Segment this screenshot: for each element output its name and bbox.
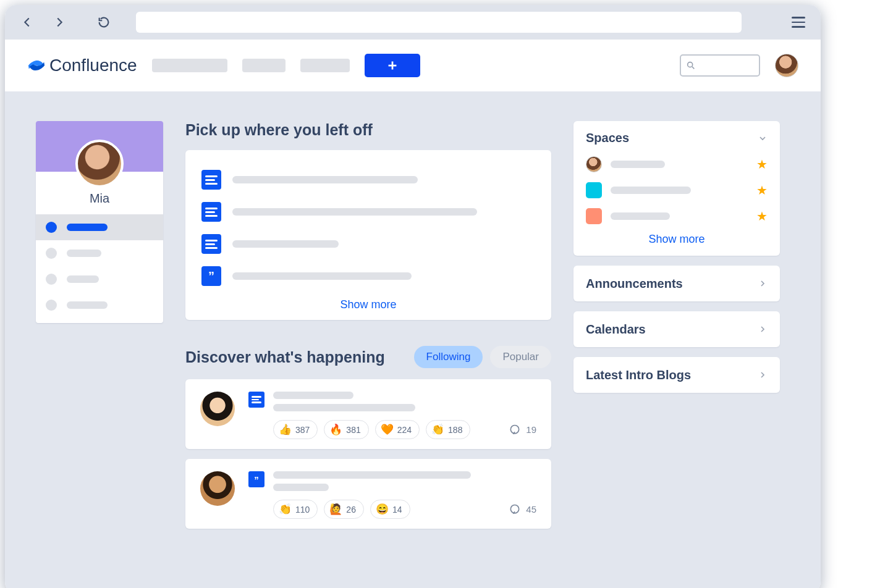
author-avatar[interactable] xyxy=(200,471,235,506)
confluence-icon xyxy=(27,56,46,75)
tab-popular[interactable]: Popular xyxy=(490,346,551,368)
logo-text: Confluence xyxy=(49,56,137,75)
browser-bar xyxy=(5,5,821,40)
search-icon xyxy=(686,61,696,70)
reaction-clap[interactable]: 👏188 xyxy=(426,420,470,439)
latest-intro-blogs-link[interactable]: Latest Intro Blogs xyxy=(573,357,780,393)
spaces-show-more[interactable]: Show more xyxy=(586,233,768,246)
profile-avatar[interactable] xyxy=(75,140,124,188)
recent-item[interactable] xyxy=(201,196,535,228)
recent-item[interactable] xyxy=(201,228,535,260)
space-item[interactable]: ★ xyxy=(586,151,768,177)
spaces-panel: Spaces ★ ★ xyxy=(573,121,780,256)
page-icon xyxy=(201,234,221,254)
reaction-heart[interactable]: 🧡224 xyxy=(375,420,420,439)
chevron-right-icon xyxy=(758,370,768,380)
browser-back-button[interactable] xyxy=(15,10,40,35)
comments-count[interactable]: 19 xyxy=(509,424,536,436)
chevron-right-icon xyxy=(758,324,768,334)
nav-item-3[interactable] xyxy=(300,59,350,72)
blog-icon: ” xyxy=(201,266,221,286)
page-icon xyxy=(201,170,221,190)
nav-item-2[interactable] xyxy=(242,59,286,72)
discover-title: Discover what's happening xyxy=(185,348,385,366)
announcements-link[interactable]: Announcements xyxy=(573,266,780,301)
recents-show-more[interactable]: Show more xyxy=(201,298,535,311)
spaces-title: Spaces xyxy=(586,131,629,145)
feed-item[interactable]: 👍387 🔥381 🧡224 👏188 19 xyxy=(185,379,551,449)
tab-following[interactable]: Following xyxy=(414,346,483,368)
recents-title: Pick up where you left off xyxy=(185,121,551,139)
star-icon[interactable]: ★ xyxy=(756,209,768,224)
profile-nav-item-1[interactable] xyxy=(36,214,163,240)
app-topnav: Confluence xyxy=(5,40,821,91)
space-avatar xyxy=(586,156,602,172)
comment-icon xyxy=(509,424,521,436)
reaction-raised-hand[interactable]: 🙋26 xyxy=(324,500,364,519)
star-icon[interactable]: ★ xyxy=(756,183,768,198)
space-avatar xyxy=(586,182,602,198)
profile-nav-item-4[interactable] xyxy=(36,292,163,318)
profile-nav-item-2[interactable] xyxy=(36,240,163,266)
current-user-avatar[interactable] xyxy=(775,54,798,77)
comment-icon xyxy=(509,503,521,516)
page-icon xyxy=(248,392,264,408)
plus-icon xyxy=(386,59,399,72)
browser-forward-button[interactable] xyxy=(47,10,72,35)
reaction-thumbs-up[interactable]: 👍387 xyxy=(273,420,318,439)
chevron-down-icon[interactable] xyxy=(758,133,768,143)
space-item[interactable]: ★ xyxy=(586,177,768,203)
reaction-smile[interactable]: 😄14 xyxy=(370,500,410,519)
browser-reload-button[interactable] xyxy=(91,10,116,35)
recent-item[interactable] xyxy=(201,164,535,196)
nav-item-1[interactable] xyxy=(152,59,227,72)
space-item[interactable]: ★ xyxy=(586,203,768,229)
profile-banner xyxy=(36,121,163,172)
page-icon xyxy=(201,202,221,222)
comments-count[interactable]: 45 xyxy=(509,503,536,516)
calendars-link[interactable]: Calendars xyxy=(573,311,780,347)
star-icon[interactable]: ★ xyxy=(756,157,768,172)
profile-nav-item-3[interactable] xyxy=(36,266,163,292)
logo[interactable]: Confluence xyxy=(27,56,137,75)
profile-name: Mia xyxy=(36,191,163,214)
profile-card: Mia xyxy=(36,121,163,323)
search-input[interactable] xyxy=(680,54,760,77)
feed-item[interactable]: ” 👏110 🙋26 😄14 xyxy=(185,459,551,529)
blog-icon: ” xyxy=(248,471,264,487)
reaction-clap[interactable]: 👏110 xyxy=(273,500,318,519)
reaction-fire[interactable]: 🔥381 xyxy=(324,420,368,439)
recent-item[interactable]: ” xyxy=(201,260,535,292)
svg-point-0 xyxy=(688,62,693,67)
browser-address-bar[interactable] xyxy=(136,12,742,33)
browser-menu-button[interactable] xyxy=(786,17,811,28)
chevron-right-icon xyxy=(758,279,768,288)
recents-card: ” Show more xyxy=(185,150,551,320)
space-avatar xyxy=(586,208,602,224)
create-button[interactable] xyxy=(365,54,420,77)
author-avatar[interactable] xyxy=(200,392,235,426)
